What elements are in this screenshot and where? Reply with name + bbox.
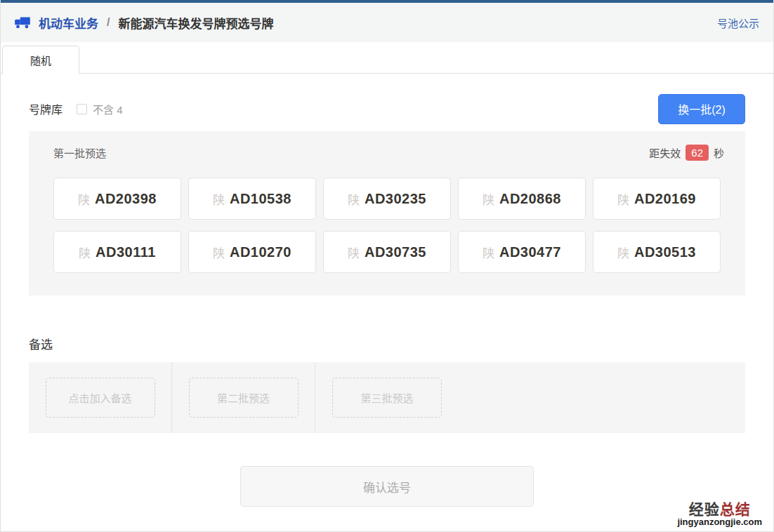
plate-number: AD30235 <box>365 191 426 207</box>
batch-head-row: 第一批预选 距失效 62 秒 <box>29 131 745 161</box>
plate-number: AD20398 <box>95 191 157 207</box>
exclude-4-checkbox[interactable] <box>77 104 87 114</box>
plate-number: AD20868 <box>499 191 561 207</box>
exclude-4-option[interactable]: 不含 4 <box>77 102 123 117</box>
plate-province-prefix: 陕 <box>348 190 360 208</box>
confirm-selection-button[interactable]: 确认选号 <box>240 466 534 507</box>
plate-province-prefix: 陕 <box>483 244 494 261</box>
first-batch-panel: 第一批预选 距失效 62 秒 陕 AD20398 陕 AD10538 陕 AD3… <box>29 131 745 295</box>
plate-option[interactable]: 陕 AD10270 <box>188 231 316 273</box>
backup-panel: 点击加入备选 第二批预选 第三批预选 <box>29 362 745 433</box>
watermark-brand-red: 总结 <box>720 501 751 517</box>
plate-number: AD30513 <box>634 244 696 260</box>
expiry-seconds-badge: 62 <box>686 145 709 161</box>
plate-province-prefix: 陕 <box>617 244 629 261</box>
backup-slot-cell: 第二批预选 <box>172 362 315 433</box>
confirm-row: 确认选号 <box>29 466 745 507</box>
page-title: 机动车业务 <box>39 14 98 32</box>
plate-option[interactable]: 陕 AD20169 <box>593 178 721 220</box>
plate-option[interactable]: 陕 AD20868 <box>458 178 586 220</box>
breadcrumb: 机动车业务 / 新能源汽车换发号牌预选号牌 <box>13 13 273 32</box>
breadcrumb-separator: / <box>107 16 110 29</box>
backup-slot-label: 第三批预选 <box>360 390 413 405</box>
backup-slot-label: 点击加入备选 <box>68 390 131 405</box>
watermark-url: jingyanzongjie.com <box>677 517 762 527</box>
plate-option[interactable]: 陕 AD30235 <box>323 178 451 220</box>
tab-random[interactable]: 随机 <box>2 46 79 74</box>
plate-province-prefix: 陕 <box>617 190 629 208</box>
plate-province-prefix: 陕 <box>213 244 225 261</box>
expiry-prefix: 距失效 <box>649 145 681 160</box>
plate-province-prefix: 陕 <box>78 190 90 208</box>
pool-header-row: 号牌库 不含 4 换一批(2) <box>29 93 745 124</box>
plate-number: AD30735 <box>365 244 426 260</box>
plate-option[interactable]: 陕 AD10538 <box>188 178 316 220</box>
plate-option[interactable]: 陕 AD30735 <box>323 231 451 273</box>
plate-number: AD30477 <box>499 244 561 260</box>
plate-number: AD10538 <box>230 191 291 207</box>
main-content: 号牌库 不含 4 换一批(2) 第一批预选 距失效 62 秒 陕 AD20398… <box>1 74 773 507</box>
tab-strip: 随机 <box>1 42 773 74</box>
backup-slot[interactable]: 点击加入备选 <box>46 378 155 418</box>
plate-province-prefix: 陕 <box>348 244 360 261</box>
header: 机动车业务 / 新能源汽车换发号牌预选号牌 号池公示 <box>1 3 773 42</box>
plate-option[interactable]: 陕 AD30111 <box>53 231 181 273</box>
watermark-brand-dark: 经验 <box>689 501 720 517</box>
plate-number: AD30111 <box>96 244 156 260</box>
plates-grid: 陕 AD20398 陕 AD10538 陕 AD30235 陕 AD20868 … <box>29 161 745 273</box>
backup-section-title: 备选 <box>29 335 745 352</box>
watermark: 经验总结 jingyanzongjie.com <box>677 501 762 527</box>
plate-province-prefix: 陕 <box>483 190 494 208</box>
plate-option[interactable]: 陕 AD30513 <box>593 231 721 273</box>
plate-option[interactable]: 陕 AD20398 <box>53 178 181 220</box>
batch-title: 第一批预选 <box>53 145 106 160</box>
pool-publicity-link[interactable]: 号池公示 <box>717 15 759 30</box>
backup-slot-label: 第二批预选 <box>217 390 270 405</box>
watermark-brand: 经验总结 <box>677 501 762 517</box>
pool-label: 号牌库 <box>29 100 63 117</box>
plate-option[interactable]: 陕 AD30477 <box>458 231 586 273</box>
change-batch-button[interactable]: 换一批(2) <box>658 94 745 124</box>
page-subtitle: 新能源汽车换发号牌预选号牌 <box>118 14 273 32</box>
plate-number: AD10270 <box>230 244 291 260</box>
backup-slot[interactable]: 第三批预选 <box>332 378 442 418</box>
expiry-countdown: 距失效 62 秒 <box>649 145 724 161</box>
backup-slot-cell: 第三批预选 <box>315 362 459 433</box>
plate-province-prefix: 陕 <box>213 190 225 208</box>
plate-number: AD20169 <box>634 191 696 207</box>
truck-icon <box>13 13 32 32</box>
backup-slot[interactable]: 第二批预选 <box>189 378 299 418</box>
backup-slot-cell: 点击加入备选 <box>29 362 172 433</box>
plate-province-prefix: 陕 <box>79 244 91 261</box>
page: 机动车业务 / 新能源汽车换发号牌预选号牌 号池公示 随机 号牌库 不含 4 换… <box>0 0 774 532</box>
exclude-4-label: 不含 4 <box>93 102 123 117</box>
expiry-suffix: 秒 <box>714 145 724 160</box>
